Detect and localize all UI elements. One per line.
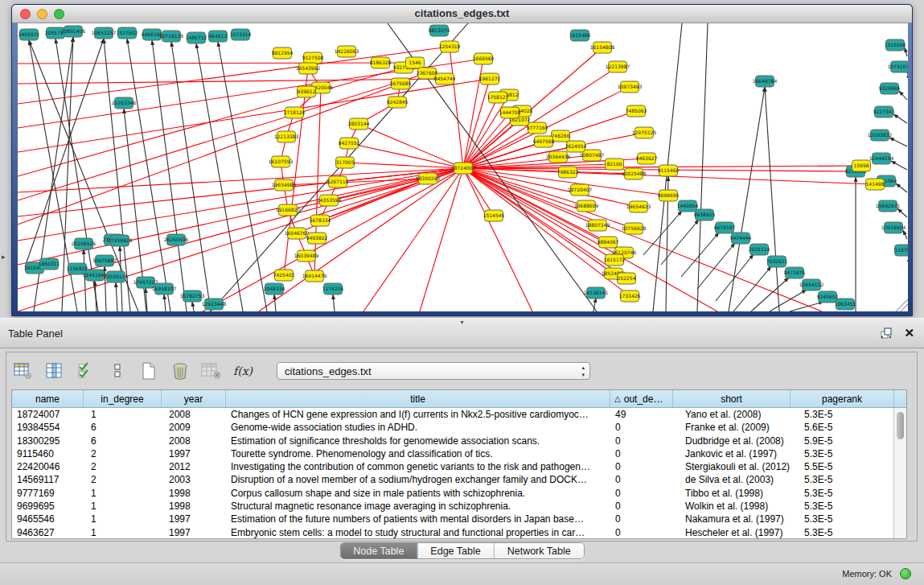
column-header-title[interactable]: title (226, 390, 610, 407)
graph-node[interactable]: 16914479 (302, 270, 327, 282)
graph-node[interactable]: 9463627 (636, 153, 658, 164)
graph-node[interactable]: 141498 (866, 179, 885, 190)
graph-node[interactable]: 8912954 (272, 47, 294, 59)
graph-edge[interactable] (152, 40, 187, 311)
graph-edge[interactable] (18, 63, 415, 64)
table-row[interactable]: 911546021997Tourette syndrome. Phenomeno… (12, 447, 893, 460)
graph-node[interactable]: 9242845 (387, 97, 409, 108)
graph-edge[interactable] (697, 23, 708, 311)
graph-edge[interactable] (95, 281, 97, 311)
graph-node[interactable]: 9227343 (873, 106, 895, 117)
graph-node[interactable]: 14353594 (317, 195, 342, 206)
graph-node[interactable]: 6679197 (714, 222, 736, 233)
graph-node[interactable]: 2405572 (18, 29, 40, 40)
graph-node[interactable]: 1758127 (487, 92, 509, 103)
graph-edge[interactable] (192, 302, 194, 311)
graph-node[interactable]: 26260506 (164, 234, 189, 245)
graph-edge[interactable] (896, 183, 907, 192)
column-chooser-button[interactable] (107, 360, 128, 381)
column-header-pagerank[interactable]: pagerank (791, 390, 894, 407)
graph-node[interactable]: 18300295 (416, 173, 441, 184)
graph-node[interactable]: 1440954 (677, 200, 699, 212)
graph-node[interactable]: 18724007 (451, 163, 476, 174)
graph-node[interactable]: 10653257 (92, 27, 117, 39)
graph-node[interactable]: 9493822 (306, 233, 328, 244)
graph-node[interactable]: 8427552 (339, 138, 360, 149)
graph-node[interactable]: 30975887 (92, 255, 117, 266)
graph-node[interactable]: 2718126 (284, 107, 306, 118)
graph-node[interactable]: 1254319 (439, 41, 461, 52)
graph-edge[interactable] (164, 295, 166, 311)
graph-node[interactable]: 964512 (209, 31, 228, 42)
graph-node[interactable]: 10719135 (159, 31, 184, 42)
graph-node[interactable]: 17359928 (108, 235, 133, 246)
tab-edge-table[interactable]: Edge Table (417, 543, 494, 558)
memory-indicator[interactable] (900, 568, 911, 579)
graph-node[interactable]: 9884067 (598, 237, 619, 248)
graph-node[interactable]: 12093832 (868, 130, 893, 141)
graph-node[interactable]: 10973493 (618, 81, 643, 93)
graph-node[interactable]: 21053346 (112, 97, 137, 109)
graph-node[interactable]: 19166827 (276, 204, 301, 216)
graph-node[interactable]: 1444708 (499, 107, 521, 118)
delete-column-button[interactable] (170, 360, 191, 381)
graph-node[interactable]: 2935114 (749, 244, 770, 255)
graph-node[interactable]: 10654112 (799, 279, 824, 290)
graph-node[interactable]: 10756928 (622, 223, 647, 234)
table-row[interactable]: 1872400712008Changes of HCN gene express… (12, 408, 893, 421)
graph-edge[interactable] (116, 282, 117, 311)
graph-node[interactable]: 1669560 (473, 53, 495, 64)
graph-node[interactable]: 8454749 (434, 73, 456, 84)
graph-node[interactable]: 18720407 (568, 184, 593, 196)
graph-node[interactable]: 8471676 (784, 267, 806, 278)
graph-node[interactable]: 1546 (406, 57, 425, 68)
graph-node[interactable]: 15751074 (888, 61, 908, 72)
graph-edge[interactable] (18, 79, 445, 84)
graph-node[interactable]: 19654923 (626, 201, 651, 212)
graph-node[interactable]: 13505115 (104, 271, 129, 282)
graph-node[interactable]: 1515048 (885, 39, 906, 51)
graph-node[interactable]: 16958107 (152, 283, 177, 295)
table-row[interactable]: 969969511998Structural magnetic resonanc… (12, 500, 893, 513)
column-header-year[interactable]: year (162, 390, 226, 407)
graph-node[interactable]: 7986322 (557, 167, 579, 178)
graph-node[interactable]: 12213987 (606, 61, 630, 72)
panel-collapse-arrow[interactable]: ▸ (2, 253, 6, 261)
graph-edge[interactable] (274, 295, 276, 311)
table-row[interactable]: 1938455462009Genome-wide association stu… (12, 421, 893, 434)
splitter-grip-icon[interactable]: ▾ (460, 319, 463, 326)
graph-edge[interactable] (751, 278, 789, 311)
table-selector[interactable]: citations_edges.txt ▴▾ (277, 362, 590, 380)
graph-node[interactable]: 5267110 (327, 176, 349, 187)
graph-edge[interactable] (84, 249, 86, 311)
graph-node[interactable]: 17016504 (881, 222, 906, 233)
graph-node[interactable]: 2803144 (348, 118, 370, 130)
graph-node[interactable]: 20891406 (61, 26, 86, 37)
table-row[interactable]: 977716911998Corpus callosum shape and si… (12, 487, 893, 500)
column-visibility-button[interactable] (44, 360, 65, 381)
graph-node[interactable]: 8186328 (370, 57, 392, 68)
column-header-out_de[interactable]: △out_de… (610, 390, 673, 407)
graph-edge[interactable] (903, 230, 907, 239)
tab-network-table[interactable]: Network Table (495, 543, 584, 558)
graph-node[interactable]: 16543992 (296, 63, 321, 74)
graph-node[interactable]: 2048334 (264, 283, 285, 295)
graph-edge[interactable] (463, 120, 519, 168)
graph-node[interactable]: 82160 (606, 159, 624, 170)
graph-node[interactable]: 1514545 (483, 210, 505, 221)
graph-node[interactable]: 5678334 (310, 215, 331, 226)
graph-edge[interactable] (463, 168, 494, 216)
vertical-scrollbar[interactable] (893, 408, 906, 538)
graph-edge[interactable] (104, 39, 130, 311)
graph-edge[interactable] (288, 179, 428, 210)
graph-edge[interactable] (889, 138, 907, 146)
graph-node[interactable]: 8938925 (694, 209, 716, 220)
graph-edge[interactable] (18, 168, 463, 265)
graph-edge[interactable] (420, 168, 463, 311)
graph-node[interactable]: 15998 (852, 160, 871, 171)
function-builder-button[interactable]: f(x) (232, 360, 253, 381)
graph-node[interactable]: 20206526 (72, 238, 97, 249)
graph-node[interactable]: 18807249 (585, 220, 610, 231)
network-canvas[interactable]: 2405572205572420891406106532571527602646… (18, 23, 908, 311)
graph-node[interactable]: 9699695 (658, 190, 680, 201)
